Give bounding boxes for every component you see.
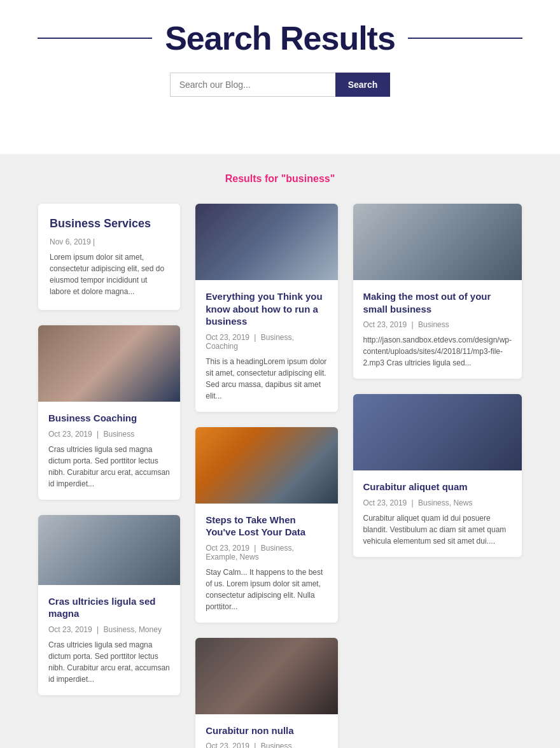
title-line-left	[38, 38, 152, 39]
card-making-most[interactable]: Making the most out of your small busine…	[353, 204, 522, 379]
card-excerpt: This is a headingLorem ipsum dolor sit a…	[206, 356, 327, 402]
card-business-coaching[interactable]: Business Coaching Oct 23, 2019 | Busines…	[38, 325, 180, 500]
results-grid: Business Services Nov 6, 2019 | Lorem ip…	[38, 204, 522, 748]
card-title: Steps to Take When You've Lost Your Data	[206, 514, 327, 539]
card-title: Business Coaching	[48, 412, 170, 425]
card-title: Cras ultricies ligula sed magna	[48, 595, 170, 620]
page-title-row: Search Results	[13, 19, 547, 57]
card-excerpt: http://jason.sandbox.etdevs.com/design/w…	[363, 334, 512, 369]
card-everything-think[interactable]: Everything you Think you know about how …	[195, 204, 337, 412]
search-button[interactable]: Search	[335, 73, 391, 97]
card-image	[38, 515, 180, 585]
card-meta: Oct 23, 2019 | Business, Example, News	[206, 544, 327, 561]
card-image	[353, 204, 522, 280]
card-meta: Oct 23, 2019 | Business, News	[363, 498, 512, 507]
search-input[interactable]	[170, 73, 335, 97]
card-meta: Oct 23, 2019 | Business	[48, 430, 170, 439]
card-steps-lost-data[interactable]: Steps to Take When You've Lost Your Data…	[195, 427, 337, 623]
card-image	[38, 325, 180, 402]
search-bar: Search	[13, 73, 547, 116]
card-curabitur-non-nulla[interactable]: Curabitur non nulla Oct 23, 2019 | Busin…	[195, 638, 337, 749]
card-title: Everything you Think you know about how …	[206, 290, 327, 328]
card-meta: Oct 23, 2019 | Business, Coaching	[206, 333, 327, 351]
column-2: Everything you Think you know about how …	[195, 204, 337, 748]
header-section: Search Results Search	[0, 0, 560, 116]
card-title: Making the most out of your small busine…	[363, 290, 512, 315]
card-curabitur-aliquet[interactable]: Curabitur aliquet quam Oct 23, 2019 | Bu…	[353, 394, 522, 557]
card-image	[195, 638, 337, 714]
card-title: Curabitur non nulla	[206, 724, 327, 737]
card-image	[195, 427, 337, 504]
card-image	[353, 394, 522, 470]
results-section: Results for "business" Business Services…	[0, 154, 560, 748]
card-excerpt: Lorem ipsum dolor sit amet, consectetur …	[50, 251, 169, 297]
title-line-right	[408, 38, 522, 39]
results-label: Results for "business"	[38, 173, 522, 185]
card-title: Curabitur aliquet quam	[363, 481, 512, 493]
card-meta: Oct 23, 2019 | Business	[363, 320, 512, 329]
card-meta: Oct 23, 2019 | Business, Coaching	[206, 742, 327, 748]
card-meta: Oct 23, 2019 | Business, Money	[48, 625, 170, 634]
card-excerpt: Cras ultricies ligula sed magna dictum p…	[48, 639, 170, 685]
card-excerpt: Curabitur aliquet quam id dui posuere bl…	[363, 512, 512, 547]
card-title: Business Services	[50, 216, 169, 231]
column-3: Making the most out of your small busine…	[353, 204, 522, 748]
wave-divider	[0, 116, 560, 154]
card-excerpt: Cras ultricies ligula sed magna dictum p…	[48, 444, 170, 490]
card-excerpt: Stay Calm... It happens to the best of u…	[206, 567, 327, 612]
card-meta: Nov 6, 2019 |	[50, 237, 169, 246]
card-image	[195, 204, 337, 280]
card-cras-ultricies[interactable]: Cras ultricies ligula sed magna Oct 23, …	[38, 515, 180, 695]
column-1: Business Services Nov 6, 2019 | Lorem ip…	[38, 204, 180, 748]
page-title: Search Results	[165, 19, 395, 57]
card-business-services[interactable]: Business Services Nov 6, 2019 | Lorem ip…	[38, 204, 180, 310]
